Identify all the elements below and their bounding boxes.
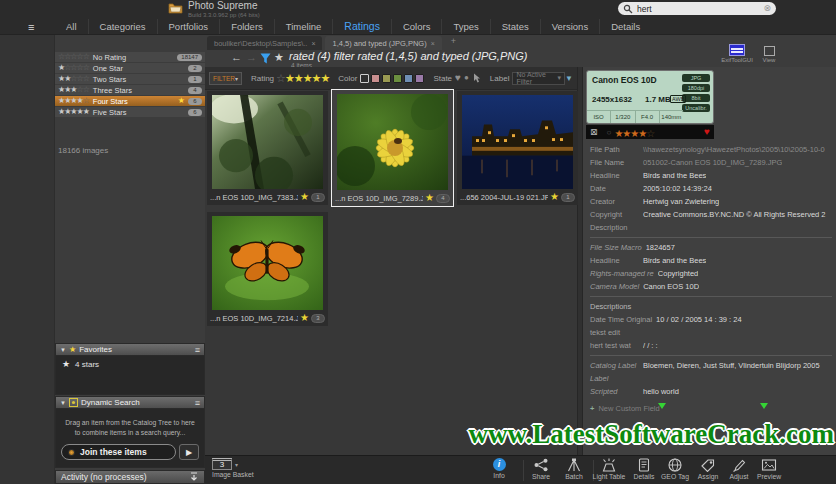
nav-versions[interactable]: Versions (541, 19, 600, 34)
count-badge: 4 (188, 87, 202, 94)
divider (590, 355, 832, 356)
panel-menu-icon[interactable]: ≡ (195, 398, 200, 408)
shutter-value: 1/320 (611, 111, 635, 123)
rating-row-one-star[interactable]: ★☆☆☆☆ One Star 2 (55, 63, 205, 73)
meta-row-file-path: File Path\\hawezetsynology\HawezetPhotos… (590, 143, 832, 156)
resize-arrow[interactable] (760, 403, 768, 409)
swatch-blue[interactable] (404, 74, 413, 83)
rating-row-five-stars[interactable]: ★★★★★ Five Stars 6 (55, 107, 205, 117)
circle-state-icon[interactable]: ● (464, 74, 469, 82)
nav-portfolios[interactable]: Portfolios (158, 19, 221, 34)
panel-menu-icon[interactable]: ≡ (195, 345, 200, 355)
rating-stars[interactable]: ★★★★ (614, 128, 646, 139)
swatch-olive[interactable] (382, 74, 391, 83)
checker-icon[interactable]: ⊠ (590, 128, 598, 137)
nav-details[interactable]: Details (600, 19, 651, 34)
camera-model-label: Canon EOS 10D (592, 75, 657, 85)
count-badge: 2 (188, 65, 202, 72)
dynamic-search-dropzone[interactable]: Drag an item from the Catalog Tree to he… (55, 409, 205, 468)
dynamic-search-panel: ▼ Dynamic Search ≡ Drag an item from the… (55, 396, 205, 468)
info-button[interactable]: i Info (479, 458, 519, 479)
dynamic-search-header[interactable]: ▼ Dynamic Search ≡ (55, 396, 205, 409)
favorites-header[interactable]: ▼ ★ Favorites ≡ (55, 343, 205, 356)
expand-filter-icon[interactable]: ▼ (565, 74, 573, 83)
swatch-red[interactable] (371, 74, 380, 83)
resize-arrow[interactable] (658, 403, 666, 409)
rating-row-two-stars[interactable]: ★★☆☆☆ Two Stars 1 (55, 74, 205, 84)
ratings-tree: ☆☆☆☆☆ No Rating 18147 ★☆☆☆☆ One Star 2 ★… (55, 52, 205, 118)
search-input[interactable] (637, 4, 759, 14)
rating-star-icon: ★ (300, 192, 309, 202)
favorites-star-icon: ★ (69, 346, 76, 354)
image-basket-button[interactable]: 3 ▾ Image Basket (212, 458, 264, 478)
nav-states[interactable]: States (491, 19, 541, 34)
white-balance-badge: AWB (670, 95, 686, 103)
filter-funnel-icon[interactable] (260, 53, 271, 64)
colorspace-badge: Uncalibr. (682, 104, 710, 112)
chevron-down-icon[interactable]: ▾ (235, 461, 238, 468)
activity-bar[interactable]: Activity (no processes) (55, 470, 205, 484)
thumbnail-butterfly[interactable]: ...n EOS 10D_IMG_7214.JPG ★ 3 (207, 212, 328, 326)
clear-rating-icon[interactable]: ○ (607, 128, 612, 137)
clear-search-icon[interactable]: ⊗ (763, 4, 771, 13)
focal-length-value: 140mm (660, 111, 683, 123)
rating-row-three-stars[interactable]: ★★★☆☆ Three Stars 4 (55, 85, 205, 95)
close-tab-icon[interactable]: × (311, 40, 315, 47)
meta-row-file-size-macro: File Size Macro1824657 (590, 241, 832, 254)
tab-filtered[interactable]: 1,4,5) and typed (JPG,PNG)× (325, 36, 441, 50)
view-button[interactable]: View (757, 46, 781, 63)
night-city-image (462, 95, 573, 189)
back-icon[interactable]: ← (231, 51, 242, 63)
nav-colors[interactable]: Colors (392, 19, 442, 34)
nav-categories[interactable]: Categories (89, 19, 158, 34)
nav-timeline[interactable]: Timeline (275, 19, 334, 34)
favorite-heart-icon[interactable]: ♥ (704, 127, 710, 137)
close-tab-icon[interactable]: × (431, 40, 435, 47)
exiftool-button[interactable]: ExifToolGUI (720, 44, 754, 63)
exiftool-icon (729, 44, 745, 56)
batch-button[interactable]: Batch (554, 458, 594, 480)
selected-star-icon: ★ (178, 97, 185, 105)
iso-value: ISO (587, 111, 611, 123)
light-table-button[interactable]: Light Table (589, 458, 629, 480)
meta-row-rights-managed: Rights-managed reCopyrighted (590, 267, 832, 280)
count-badge: 1 (188, 76, 202, 83)
activity-expand-icon[interactable] (189, 472, 199, 482)
forward-icon[interactable]: → (246, 51, 257, 63)
tab-samples[interactable]: bouliker\Desktop\Samples\..× (207, 36, 322, 50)
star-filter-icon[interactable]: ★ (274, 51, 284, 64)
nav-all[interactable]: All (55, 19, 89, 34)
filter-preset-dropdown[interactable]: FILTER▾ (209, 72, 242, 85)
thumbnail-forest[interactable]: ...n EOS 10D_IMG_7383.JPG ★ 1 (207, 91, 328, 205)
rating-row-four-stars[interactable]: ★★★★☆ Four Stars ★ 6 (55, 96, 205, 106)
preview-button[interactable]: Preview (749, 458, 789, 480)
metadata-panel: Canon EOS 10D JPG 180dpi 8bit Uncalibr. … (583, 67, 836, 455)
nav-types[interactable]: Types (442, 19, 490, 34)
pointer-state-icon[interactable] (472, 73, 481, 83)
total-images-label: 18166 images (58, 146, 108, 155)
search-box[interactable]: ⊗ (618, 2, 776, 15)
count-badge: 6 (188, 109, 202, 116)
join-items-button[interactable]: Join these items (61, 444, 176, 460)
heart-state-icon[interactable]: ♥ (455, 73, 461, 83)
details-icon (636, 458, 652, 472)
nav-ratings[interactable]: Ratings (333, 19, 392, 34)
descriptions-section-title: Descriptions (590, 300, 832, 313)
thumbnail-flower-selected[interactable]: ...n EOS 10D_IMG_7289.JPG ★ 4 (331, 89, 454, 207)
chevron-down-icon: ▾ (558, 74, 562, 82)
rating-row-no-rating[interactable]: ☆☆☆☆☆ No Rating 18147 (55, 52, 205, 62)
add-tab-button[interactable]: + (445, 36, 462, 50)
thumbnail-night-city[interactable]: ...656 2004-JUL-19 021.JPG ★ 1 (457, 91, 578, 205)
document-tabs: bouliker\Desktop\Samples\..× 1,4,5) and … (207, 36, 462, 50)
new-custom-field-button[interactable]: + New Custom Field (590, 404, 832, 413)
nav-folders[interactable]: Folders (220, 19, 275, 34)
swatch-none[interactable] (360, 74, 369, 83)
run-search-button[interactable]: ▶ (179, 444, 199, 460)
menu-icon[interactable]: ≡ (28, 21, 34, 33)
butterfly-image (212, 216, 323, 310)
favorite-item-4-stars[interactable]: ★ 4 stars (56, 356, 204, 373)
rating-filter-stars[interactable]: ☆★★★★★ (276, 73, 329, 84)
swatch-green[interactable] (393, 74, 402, 83)
swatch-purple[interactable] (415, 74, 424, 83)
label-filter-dropdown[interactable]: No Active Filter▾ (512, 72, 565, 85)
